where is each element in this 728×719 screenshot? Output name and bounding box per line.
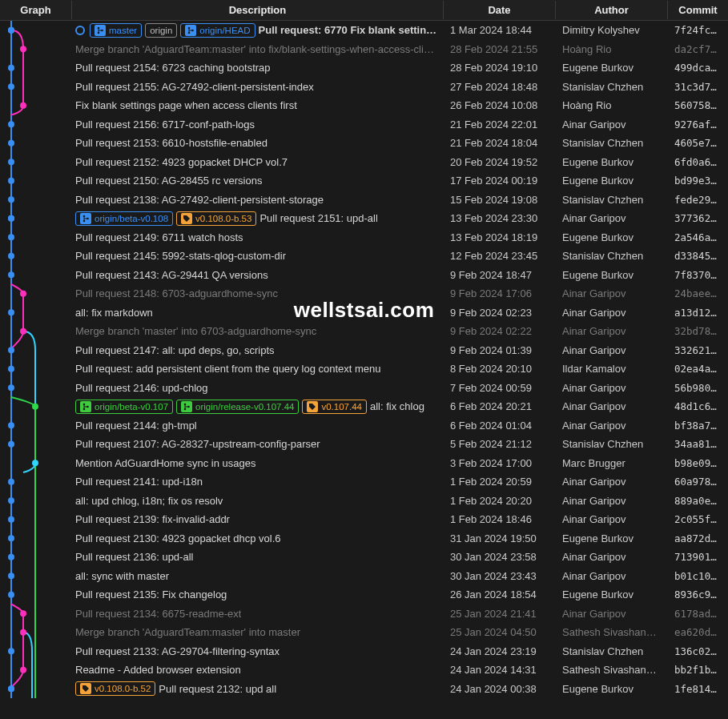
commit-row[interactable]: Mention AdGuardHome sync in usages3 Feb … <box>0 454 728 473</box>
branch-badge[interactable]: master <box>90 23 142 38</box>
commit-row[interactable]: Pull request 2133: AG-29704-filtering-sy… <box>0 642 728 661</box>
commit-row[interactable]: Pull request: add persistent client from… <box>0 360 728 379</box>
author-cell: Stanislav Chzhen <box>556 250 668 262</box>
commit-hash-cell: bb2f1b4e <box>668 664 728 676</box>
description-cell: Pull request 2155: AG-27492-client-persi… <box>72 81 444 93</box>
badge-label: origin <box>150 26 172 35</box>
commit-row[interactable]: Merge branch 'AdguardTeam:master' into m… <box>0 623 728 642</box>
badge-label: origin/HEAD <box>199 26 250 35</box>
date-cell: 3 Feb 2024 17:00 <box>444 457 556 469</box>
author-cell: Eugene Burkov <box>556 175 668 187</box>
author-cell: Ainar Garipov <box>556 476 668 488</box>
commit-row[interactable]: Pull request 2146: upd-chlog7 Feb 2024 0… <box>0 379 728 398</box>
commit-row[interactable]: Pull request 2154: 6723 caching bootstra… <box>0 58 728 78</box>
commit-hash-cell: 02ea4a36 <box>668 363 728 375</box>
commit-message: Pull request 2151: upd-all <box>259 212 377 224</box>
commit-row[interactable]: Pull request 2152: 4923 gopacket DHCP vo… <box>0 153 728 172</box>
header-description[interactable]: Description <box>72 1 444 19</box>
commit-message: all: upd chlog, i18n; fix os resolv <box>75 495 223 507</box>
commit-message: Pull request 2155: AG-27492-client-persi… <box>75 81 314 93</box>
commit-row[interactable]: Pull request 2148: 6703-adguardhome-sync… <box>0 284 728 303</box>
description-cell: Pull request 2138: AG-27492-client-persi… <box>72 194 444 206</box>
commit-row[interactable]: Pull request 2149: 6711 watch hosts13 Fe… <box>0 228 728 247</box>
tag-badge[interactable]: v0.107.44 <box>302 400 367 414</box>
commit-row[interactable]: v0.108.0-b.52Pull request 2132: upd all2… <box>0 680 728 699</box>
commit-row[interactable]: Merge branch 'AdguardTeam:master' into f… <box>0 40 728 59</box>
description-cell: Pull request 2153: 6610-hostsfile-enable… <box>72 137 444 149</box>
commit-row[interactable]: Pull request 2107: AG-28327-upstream-con… <box>0 435 728 454</box>
commit-hash-cell: 2a546aa6 <box>668 231 728 243</box>
commit-hash-cell: 499dcaa1 <box>668 62 728 74</box>
commit-message: Pull request 2139: fix-invalid-addr <box>75 513 230 525</box>
commit-row[interactable]: Pull request 2144: gh-tmpl6 Feb 2024 01:… <box>0 416 728 436</box>
commit-row[interactable]: masteroriginorigin/HEADPull request: 677… <box>0 21 728 40</box>
header-date[interactable]: Date <box>444 1 556 19</box>
commit-message: Pull request 2107: AG-28327-upstream-con… <box>75 438 320 450</box>
commit-row[interactable]: Pull request 2141: upd-i18n1 Feb 2024 20… <box>0 472 728 492</box>
branch-badge[interactable]: origin <box>145 23 177 38</box>
header-author[interactable]: Author <box>556 1 668 19</box>
svg-point-42 <box>188 26 191 29</box>
date-cell: 9 Feb 2024 17:06 <box>444 287 556 299</box>
commit-row[interactable]: Pull request 2143: AG-29441 QA versions9… <box>0 266 728 285</box>
author-cell: Eugene Burkov <box>556 156 668 168</box>
header-graph[interactable]: Graph <box>0 1 72 19</box>
description-cell: Merge branch 'AdguardTeam:master' into f… <box>72 43 444 55</box>
commit-hash-cell: 4605e7c9 <box>668 137 728 149</box>
commit-message: Pull request 2130: 4923 gopacket dhcp vo… <box>75 532 281 544</box>
commit-hash-cell: 332621f2 <box>668 344 728 356</box>
author-cell: Ainar Garipov <box>556 608 668 620</box>
description-cell: Pull request 2144: gh-tmpl <box>72 420 444 432</box>
author-cell: Stanislav Chzhen <box>556 137 668 149</box>
svg-point-52 <box>184 408 187 410</box>
header-commit[interactable]: Commit <box>668 1 728 19</box>
date-cell: 8 Feb 2024 20:10 <box>444 363 556 375</box>
branch-badge[interactable]: origin/HEAD <box>180 23 255 38</box>
date-cell: 9 Feb 2024 02:23 <box>444 307 556 319</box>
commit-row[interactable]: Pull request 2153: 6610-hostsfile-enable… <box>0 134 728 153</box>
badge-label: origin/beta-v0.107 <box>95 402 168 412</box>
author-cell: Sathesh Sivashanm… <box>556 626 668 638</box>
tag-badge[interactable]: v0.108.0-b.53 <box>176 211 256 226</box>
author-cell: Stanislav Chzhen <box>556 645 668 657</box>
branch-badge[interactable]: origin/beta-v0.108 <box>75 211 173 226</box>
branch-badge[interactable]: origin/release-v0.107.44 <box>176 400 299 414</box>
commit-row[interactable]: origin/beta-v0.108v0.108.0-b.53Pull requ… <box>0 209 728 228</box>
date-cell: 9 Feb 2024 18:47 <box>444 269 556 281</box>
description-cell: Pull request 2139: fix-invalid-addr <box>72 513 444 525</box>
commit-row[interactable]: Pull request 2145: 5992-stats-qlog-custo… <box>0 247 728 266</box>
author-cell: Hoàng Rio <box>556 43 668 55</box>
description-cell: Pull request 2146: upd-chlog <box>72 382 444 394</box>
author-cell: Ainar Garipov <box>556 212 668 224</box>
author-cell: Ainar Garipov <box>556 513 668 525</box>
commit-row[interactable]: Pull request 2136: upd-all30 Jan 2024 23… <box>0 548 728 567</box>
commit-row[interactable]: Pull request 2139: fix-invalid-addr1 Feb… <box>0 510 728 529</box>
commit-row[interactable]: all: sync with master30 Jan 2024 23:43Ai… <box>0 567 728 586</box>
commit-row[interactable]: Pull request 2134: 6675-readme-ext25 Jan… <box>0 605 728 624</box>
commit-row[interactable]: origin/beta-v0.107origin/release-v0.107.… <box>0 397 728 416</box>
commit-row[interactable]: Merge branch 'master' into 6703-adguardh… <box>0 322 728 341</box>
commit-hash-cell: 889a0eb8 <box>668 495 728 507</box>
commit-message: Pull request 2132: upd all <box>159 683 276 695</box>
branch-badge[interactable]: origin/beta-v0.107 <box>75 400 173 414</box>
author-cell: Ainar Garipov <box>556 287 668 299</box>
date-cell: 24 Jan 2024 23:19 <box>444 645 556 657</box>
commit-hash-cell: 9276afd7 <box>668 118 728 131</box>
description-cell: Pull request 2134: 6675-readme-ext <box>72 608 444 620</box>
description-cell: Pull request 2145: 5992-stats-qlog-custo… <box>72 250 444 262</box>
tag-badge[interactable]: v0.108.0-b.52 <box>75 681 155 696</box>
commit-row[interactable]: Pull request 2156: 6717-conf-path-logs21… <box>0 115 728 135</box>
commit-row[interactable]: all: fix markdown9 Feb 2024 02:23Ainar G… <box>0 303 728 323</box>
date-cell: 5 Feb 2024 21:12 <box>444 438 556 450</box>
commit-row[interactable]: Readme - Added browser extension24 Jan 2… <box>0 661 728 680</box>
commit-row[interactable]: Pull request 2138: AG-27492-client-persi… <box>0 191 728 210</box>
branch-icon <box>80 401 91 412</box>
commit-row[interactable]: Pull request 2130: 4923 gopacket dhcp vo… <box>0 529 728 548</box>
commit-row[interactable]: all: upd chlog, i18n; fix os resolv1 Feb… <box>0 492 728 511</box>
commit-row[interactable]: Fix blank settings page when access clie… <box>0 96 728 115</box>
commit-row[interactable]: Pull request 2147: all: upd deps, go, sc… <box>0 341 728 360</box>
commit-row[interactable]: Pull request 2155: AG-27492-client-persi… <box>0 78 728 97</box>
commit-row[interactable]: Pull request 2135: Fix changelog26 Jan 2… <box>0 585 728 605</box>
head-indicator-icon <box>75 26 85 35</box>
commit-row[interactable]: Pull request 2150: AG-28455 rc versions1… <box>0 171 728 191</box>
